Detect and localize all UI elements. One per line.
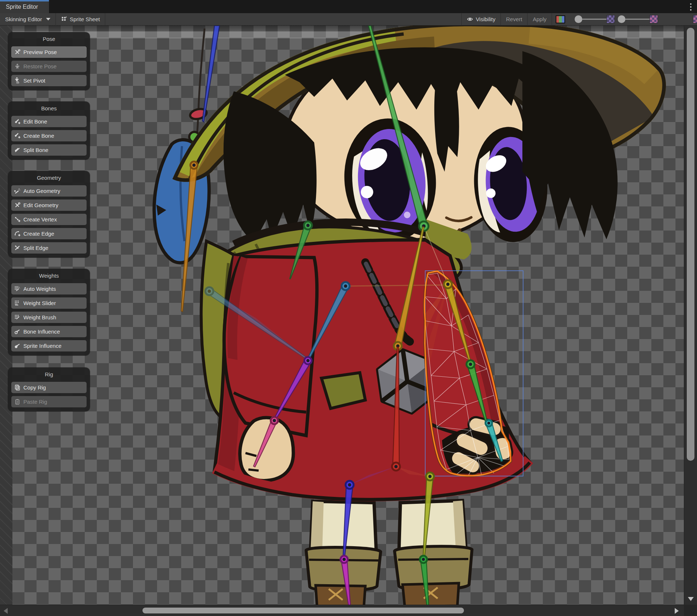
copy-rig-button[interactable]: Copy Rig <box>11 382 87 393</box>
weight-brush-button[interactable]: Weight Brush <box>11 312 87 323</box>
create-vertex-icon <box>14 216 20 223</box>
pose-group: Pose Preview Pose Restore Pose Set Pivot <box>8 32 90 90</box>
group-title-bones: Bones <box>11 105 87 111</box>
visibility-label: Visibility <box>476 16 495 22</box>
set-pivot-button[interactable]: Set Pivot <box>11 75 87 86</box>
bone-opacity-preview <box>606 15 615 23</box>
edit-geometry-button[interactable]: Edit Geometry <box>11 199 87 211</box>
split-bone-icon <box>14 147 20 153</box>
revert-label: Revert <box>506 16 522 22</box>
button-label: Create Edge <box>23 231 54 237</box>
button-label: Preview Pose <box>23 49 57 55</box>
mesh-opacity-track[interactable] <box>625 19 650 20</box>
preview-pose-button[interactable]: Preview Pose <box>11 46 87 58</box>
button-label: Sprite Influence <box>23 343 61 349</box>
geometry-group: Geometry Auto Geometry Edit Geometry Cre… <box>8 171 90 258</box>
rig-group: Rig Copy Rig Paste Rig <box>8 368 90 411</box>
mesh-opacity-knob[interactable] <box>618 15 625 23</box>
scroll-left-arrow-icon[interactable] <box>4 608 8 614</box>
bone-opacity-knob[interactable] <box>575 15 582 23</box>
copy-rig-icon <box>14 384 20 391</box>
mesh-opacity-slider[interactable] <box>618 15 658 23</box>
toolbar-separator <box>105 13 105 26</box>
scroll-right-arrow-icon[interactable] <box>675 608 679 614</box>
bone-influence-icon <box>14 328 20 335</box>
eye-icon <box>467 16 473 22</box>
visibility-button[interactable]: Visibility <box>462 13 500 26</box>
bone-opacity-track[interactable] <box>582 19 606 20</box>
sprite-colors-toggle[interactable] <box>556 15 565 23</box>
restore-pose-icon <box>14 63 20 69</box>
weight-slider-button[interactable]: Weight Slider <box>11 297 87 309</box>
button-label: Edit Geometry <box>23 202 58 208</box>
edit-bone-button[interactable]: Edit Bone <box>11 116 87 127</box>
auto-geometry-button[interactable]: Auto Geometry <box>11 185 87 197</box>
horizontal-scrollbar-thumb[interactable] <box>142 608 464 613</box>
auto-weights-button[interactable]: Auto Weights <box>11 283 87 294</box>
button-label: Weight Brush <box>23 314 56 320</box>
apply-button[interactable]: Apply <box>527 13 552 26</box>
button-label: Weight Slider <box>23 300 56 306</box>
sprite-influence-button[interactable]: Sprite Influence <box>11 340 87 351</box>
button-label: Create Bone <box>23 133 54 139</box>
preview-pose-icon <box>14 49 20 55</box>
vertical-scrollbar-thumb[interactable] <box>687 28 694 461</box>
split-edge-icon <box>14 245 20 251</box>
skinning-editor-dropdown[interactable]: Skinning Editor <box>0 13 56 26</box>
split-edge-button[interactable]: Split Edge <box>11 242 87 254</box>
create-vertex-button[interactable]: Create Vertex <box>11 214 87 225</box>
create-edge-icon <box>14 231 20 237</box>
auto-geometry-icon <box>14 188 20 194</box>
skinning-canvas[interactable]: Pose Preview Pose Restore Pose Set Pivot… <box>0 26 697 616</box>
button-label: Paste Rig <box>23 399 47 405</box>
bone-opacity-slider[interactable] <box>575 15 615 23</box>
toolbar-separator <box>552 13 552 26</box>
edit-bone-icon <box>14 118 20 125</box>
apply-label: Apply <box>533 16 546 22</box>
edit-geometry-icon <box>14 202 20 208</box>
group-title-weights: Weights <box>11 273 87 279</box>
horizontal-scrollbar[interactable] <box>0 605 684 616</box>
group-title-geometry: Geometry <box>11 175 87 181</box>
scarf-front-tail <box>321 373 365 408</box>
tab-sprite-editor[interactable]: Sprite Editor <box>0 0 49 13</box>
bone-influence-button[interactable]: Bone Influence <box>11 326 87 337</box>
mesh-opacity-preview <box>650 15 658 23</box>
skinning-editor-label: Skinning Editor <box>5 16 42 22</box>
group-title-rig: Rig <box>11 371 87 377</box>
character-sprite-art <box>0 26 697 605</box>
edge-swatch-partial <box>693 15 697 23</box>
toolbar: Skinning Editor Sprite Sheet Visibility … <box>0 13 697 26</box>
create-edge-button[interactable]: Create Edge <box>11 228 87 239</box>
weight-brush-icon <box>14 314 20 320</box>
button-label: Restore Pose <box>23 63 57 69</box>
vertical-scrollbar[interactable] <box>684 26 697 605</box>
revert-button[interactable]: Revert <box>501 13 527 26</box>
button-label: Split Edge <box>23 245 48 251</box>
auto-weights-icon <box>14 286 20 292</box>
button-label: Create Vertex <box>23 216 57 223</box>
hat-string-bone[interactable] <box>202 26 220 122</box>
button-label: Bone Influence <box>23 328 60 335</box>
button-label: Auto Geometry <box>23 188 60 194</box>
kebab-menu-icon[interactable] <box>688 2 694 12</box>
group-title-pose: Pose <box>11 36 87 42</box>
sprite-editor-window: Sprite Editor Skinning Editor Sprite She… <box>0 0 697 616</box>
sprite-sheet-grid-icon <box>61 16 67 22</box>
paste-rig-button[interactable]: Paste Rig <box>11 396 87 407</box>
left-fist <box>240 418 293 480</box>
button-label: Copy Rig <box>23 384 46 391</box>
paste-rig-icon <box>14 399 20 405</box>
restore-pose-button[interactable]: Restore Pose <box>11 61 87 72</box>
button-label: Edit Bone <box>23 118 47 125</box>
sprite-sheet-button[interactable]: Sprite Sheet <box>56 13 105 26</box>
sprite-influence-icon <box>14 343 20 349</box>
sprite-sheet-label: Sprite Sheet <box>70 16 100 22</box>
split-bone-button[interactable]: Split Bone <box>11 144 87 156</box>
create-bone-icon <box>14 133 20 139</box>
button-label: Set Pivot <box>23 77 45 84</box>
tab-bar: Sprite Editor <box>0 0 697 13</box>
scroll-down-arrow-icon[interactable] <box>688 597 694 601</box>
button-label: Split Bone <box>23 147 48 153</box>
create-bone-button[interactable]: Create Bone <box>11 130 87 141</box>
